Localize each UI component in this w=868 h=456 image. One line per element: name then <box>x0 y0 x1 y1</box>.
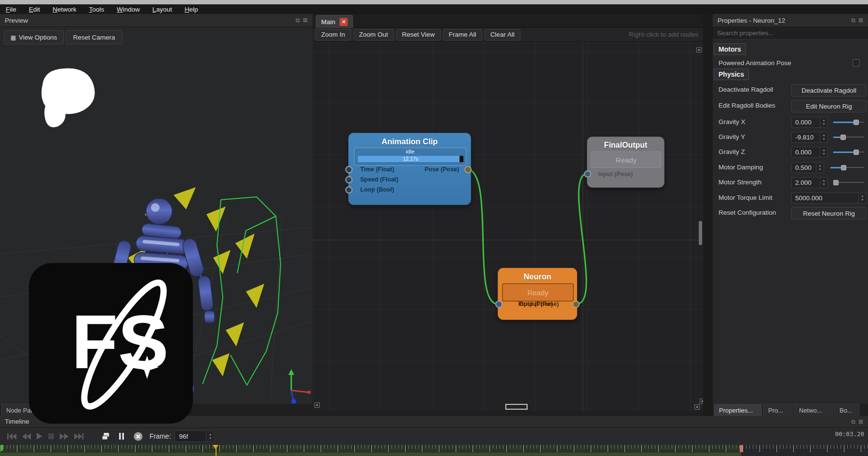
view-options-button[interactable]: ▦ View Options <box>4 30 64 44</box>
spin-down-icon[interactable]: ▼ <box>819 168 822 171</box>
play-icon[interactable] <box>37 433 42 440</box>
port-speed-input[interactable] <box>345 176 353 183</box>
close-panel-icon[interactable]: ⊠ <box>858 17 863 24</box>
range-end-marker[interactable] <box>740 445 743 452</box>
reset-view-button[interactable]: Reset View <box>396 29 441 41</box>
spin-up-icon[interactable]: ▲ <box>823 119 826 122</box>
gravity-y-spinbox[interactable]: -9.810 ▲▼ <box>791 132 828 143</box>
spin-up-icon[interactable]: ▲ <box>819 164 822 167</box>
reset-camera-button[interactable]: Reset Camera <box>66 30 122 44</box>
canvas-corner-button-topright[interactable] <box>696 47 702 53</box>
spin-up-icon[interactable]: ▲ <box>861 194 864 198</box>
spin-down-icon[interactable]: ▼ <box>861 198 864 202</box>
spin-down-icon[interactable]: ▼ <box>823 183 826 186</box>
spin-up-icon[interactable]: ▲ <box>209 433 212 436</box>
node-final-output[interactable]: FinalOutput Ready Input (Pose) <box>587 137 665 188</box>
spin-down-icon[interactable]: ▼ <box>209 437 212 440</box>
horizontal-scrollbar-handle[interactable] <box>505 404 528 410</box>
rewind-icon[interactable] <box>22 433 31 440</box>
range-start-marker[interactable] <box>1 445 3 451</box>
layers-icon[interactable] <box>102 433 109 440</box>
frame-spinner[interactable]: ▲ ▼ <box>206 430 215 442</box>
frame-all-button[interactable]: Frame All <box>443 29 482 41</box>
canvas-corner-button-right[interactable] <box>700 399 703 404</box>
zoom-out-button[interactable]: Zoom Out <box>353 29 394 41</box>
fs-letters: FS <box>71 299 169 384</box>
node-neuron[interactable]: Neuron Ready Input (Pose) Output (Pose) <box>498 268 577 320</box>
tab-main[interactable]: Main ✕ <box>316 15 353 28</box>
vertical-scrollbar-handle[interactable] <box>699 221 702 245</box>
close-panel-icon[interactable]: ⊠ <box>303 17 308 24</box>
motor-damping-label: Motor Damping <box>719 164 763 171</box>
fast-forward-icon[interactable] <box>60 433 68 440</box>
tab-pro[interactable]: Pro... <box>763 404 793 416</box>
clear-all-button[interactable]: Clear All <box>485 29 520 41</box>
zoom-in-button[interactable]: Zoom In <box>315 29 351 41</box>
grid-origin-vertical <box>583 41 583 411</box>
port-loop-input[interactable] <box>345 186 353 193</box>
properties-title: Properties - Neuron_12 <box>718 17 785 24</box>
gravity-z-slider[interactable] <box>833 150 864 155</box>
port-time-input[interactable] <box>345 166 353 173</box>
powered-animation-pose-checkbox[interactable] <box>853 59 860 67</box>
port-pose-output[interactable] <box>464 166 472 173</box>
tab-network[interactable]: Netwo... <box>794 404 833 416</box>
motor-damping-spinbox[interactable]: 0.500 ▲▼ <box>791 162 824 173</box>
node-editor-toolbar: Zoom In Zoom Out Reset View Frame All Cl… <box>312 28 703 41</box>
stop-icon[interactable] <box>48 433 54 439</box>
port-pose-label: Pose (Pose) <box>424 166 459 173</box>
group-header-motors[interactable]: Motors <box>714 43 746 55</box>
skip-start-icon[interactable] <box>7 433 16 440</box>
edit-neuron-rig-button[interactable]: Edit Neuron Rig <box>791 100 867 112</box>
menu-edit[interactable]: Edit <box>29 6 40 13</box>
close-tab-icon[interactable]: ✕ <box>339 18 348 26</box>
spin-down-icon[interactable]: ▼ <box>823 123 826 126</box>
spin-up-icon[interactable]: ▲ <box>823 149 826 152</box>
reset-neuron-rig-button[interactable]: Reset Neuron Rig <box>791 207 867 220</box>
neuron-status-box: Ready <box>502 283 574 302</box>
playhead-marker[interactable] <box>213 445 219 456</box>
menu-file[interactable]: File <box>6 6 16 13</box>
motor-strength-slider[interactable] <box>833 180 864 185</box>
port-input-pose[interactable] <box>584 170 591 178</box>
motor-damping-slider[interactable] <box>830 165 864 170</box>
menu-help[interactable]: Help <box>185 6 198 13</box>
spin-up-icon[interactable]: ▲ <box>823 179 826 182</box>
property-row: Gravity Z 0.000 ▲▼ <box>713 146 868 159</box>
tab-pro-label: Pro... <box>768 407 783 414</box>
tab-bo[interactable]: Bo... <box>834 404 859 416</box>
panel-splitter[interactable] <box>703 14 713 416</box>
spin-up-icon[interactable]: ▲ <box>823 134 826 137</box>
close-panel-icon[interactable]: ⊠ <box>858 418 863 425</box>
float-panel-icon[interactable]: ⧉ <box>296 17 300 24</box>
canvas-corner-button-bottomleft[interactable] <box>314 402 320 408</box>
float-panel-icon[interactable]: ⧉ <box>851 17 855 24</box>
group-header-physics[interactable]: Physics <box>714 69 749 80</box>
gravity-x-slider[interactable] <box>833 120 864 125</box>
spin-down-icon[interactable]: ▼ <box>823 138 826 141</box>
timeline-ruler[interactable] <box>0 445 868 456</box>
node-graph-canvas[interactable]: Animation Clip idle 12.17s Time (Float) … <box>312 41 703 411</box>
menu-layout[interactable]: Layout <box>152 6 172 13</box>
node-animation-clip[interactable]: Animation Clip idle 12.17s Time (Float) … <box>348 133 471 205</box>
motor-torque-limit-spinbox[interactable]: 5000.000 ▲▼ <box>791 193 867 204</box>
deactivate-ragdoll-button[interactable]: Deactivate Ragdoll <box>791 84 867 97</box>
frame-number-input[interactable]: 96f <box>175 430 206 442</box>
canvas-corner-button-bottomright[interactable] <box>694 404 700 410</box>
node-title: FinalOutput <box>587 137 664 150</box>
tab-properties[interactable]: Properties... <box>714 404 762 416</box>
skip-end-icon[interactable] <box>74 433 84 440</box>
search-properties-input[interactable]: Search properties... <box>713 27 868 40</box>
spin-down-icon[interactable]: ▼ <box>823 152 826 156</box>
gravity-x-spinbox[interactable]: 0.000 ▲▼ <box>791 117 828 128</box>
cancel-icon[interactable] <box>134 432 143 441</box>
pause-icon[interactable] <box>119 433 124 440</box>
menu-tools[interactable]: Tools <box>89 6 105 13</box>
gravity-y-slider[interactable] <box>833 135 864 140</box>
menu-network[interactable]: Network <box>53 6 77 13</box>
gravity-z-spinbox[interactable]: 0.000 ▲▼ <box>791 147 828 158</box>
menu-window[interactable]: Window <box>117 6 140 13</box>
tab-bo-label: Bo... <box>840 407 853 414</box>
float-panel-icon[interactable]: ⧉ <box>851 418 855 425</box>
motor-strength-spinbox[interactable]: 2.000 ▲▼ <box>791 177 828 188</box>
